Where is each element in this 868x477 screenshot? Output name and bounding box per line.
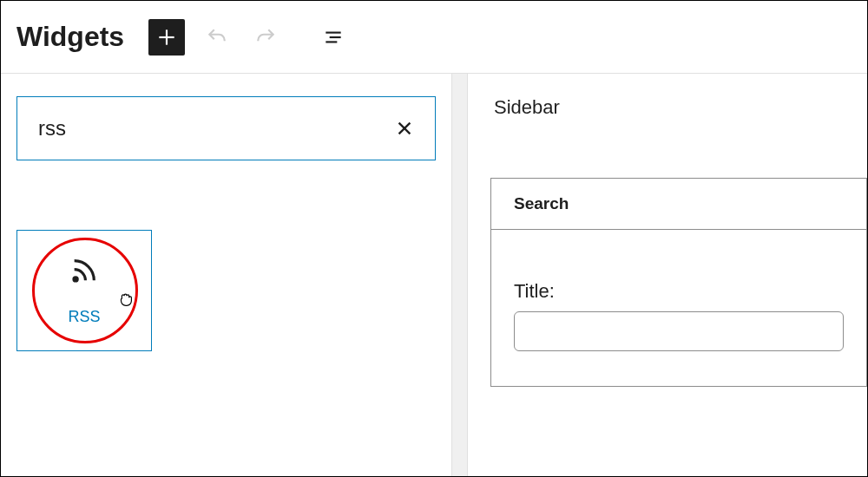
undo-button[interactable] <box>201 21 233 54</box>
grab-cursor-icon <box>116 290 135 309</box>
redo-icon <box>254 26 277 49</box>
rss-icon <box>69 256 99 285</box>
add-block-button[interactable] <box>148 19 185 56</box>
clear-search-button[interactable] <box>395 119 414 138</box>
widget-area-title: Sidebar <box>490 96 867 119</box>
content-area: RSS Sidebar Search Title: <box>1 74 867 476</box>
list-view-button[interactable] <box>317 21 350 54</box>
annotation-circle <box>32 238 138 343</box>
title-field-label: Title: <box>514 280 844 303</box>
widget-header[interactable]: Search <box>491 179 866 230</box>
svg-point-7 <box>74 277 77 280</box>
search-widget: Search Title: <box>490 178 867 387</box>
page-title: Widgets <box>16 21 124 53</box>
panel-gutter <box>452 74 468 476</box>
list-view-icon <box>322 26 345 49</box>
redo-button[interactable] <box>249 21 282 54</box>
block-search-field[interactable] <box>16 96 436 160</box>
block-inserter-panel: RSS <box>1 74 452 476</box>
widget-title-input[interactable] <box>514 311 844 351</box>
undo-icon <box>206 26 228 49</box>
widget-body: Title: <box>491 230 866 386</box>
block-label: RSS <box>68 308 100 326</box>
close-icon <box>395 119 414 138</box>
rss-block-option[interactable]: RSS <box>16 230 152 351</box>
top-toolbar: Widgets <box>1 1 867 74</box>
block-search-input[interactable] <box>38 116 395 140</box>
plus-icon <box>155 26 178 49</box>
widget-area-panel: Sidebar Search Title: <box>468 74 867 476</box>
